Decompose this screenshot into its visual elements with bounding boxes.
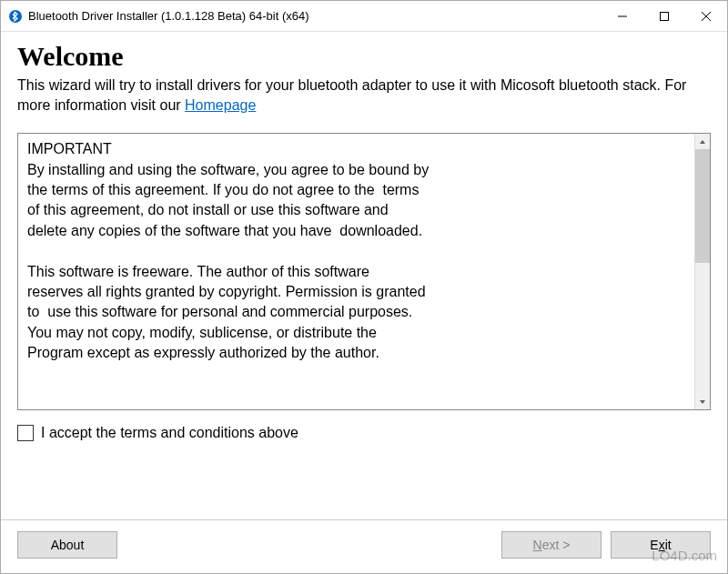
svg-rect-2 — [661, 12, 669, 20]
about-button[interactable]: About — [17, 531, 117, 559]
window-title: Bluetooth Driver Installer (1.0.1.128 Be… — [28, 9, 602, 23]
accept-label: I accept the terms and conditions above — [41, 425, 298, 441]
exit-button-suffix: it — [665, 538, 672, 552]
about-button-label: About — [51, 538, 85, 552]
accept-checkbox[interactable] — [17, 425, 34, 441]
titlebar: Bluetooth Driver Installer (1.0.1.128 Be… — [1, 1, 727, 32]
window-controls — [602, 1, 727, 31]
license-text[interactable]: IMPORTANT By installing and using the so… — [18, 134, 694, 409]
next-button[interactable]: Next > — [501, 531, 602, 559]
next-button-suffix: ext > — [542, 538, 571, 552]
exit-button-hotkey: x — [659, 538, 665, 552]
page-heading: Welcome — [17, 41, 711, 72]
exit-button[interactable]: Exit — [611, 531, 711, 559]
intro-text-body: This wizard will try to install drivers … — [17, 77, 686, 113]
maximize-button[interactable] — [643, 1, 685, 31]
scroll-track[interactable] — [695, 149, 710, 394]
accept-row: I accept the terms and conditions above — [17, 425, 711, 441]
license-box: IMPORTANT By installing and using the so… — [17, 133, 711, 410]
scrollbar[interactable] — [694, 134, 710, 409]
content-area: Welcome This wizard will try to install … — [1, 32, 727, 519]
homepage-link[interactable]: Homepage — [185, 97, 256, 113]
intro-text: This wizard will try to install drivers … — [17, 76, 711, 115]
button-bar: About Next > Exit — [1, 519, 727, 573]
close-button[interactable] — [685, 1, 727, 31]
scroll-thumb[interactable] — [695, 149, 710, 263]
scroll-up-button[interactable] — [695, 134, 710, 149]
window: Bluetooth Driver Installer (1.0.1.128 Be… — [0, 0, 728, 574]
scroll-down-button[interactable] — [695, 394, 710, 409]
app-icon — [8, 9, 23, 24]
minimize-button[interactable] — [602, 1, 643, 31]
next-button-hotkey: N — [533, 538, 542, 552]
exit-button-prefix: E — [650, 538, 658, 552]
